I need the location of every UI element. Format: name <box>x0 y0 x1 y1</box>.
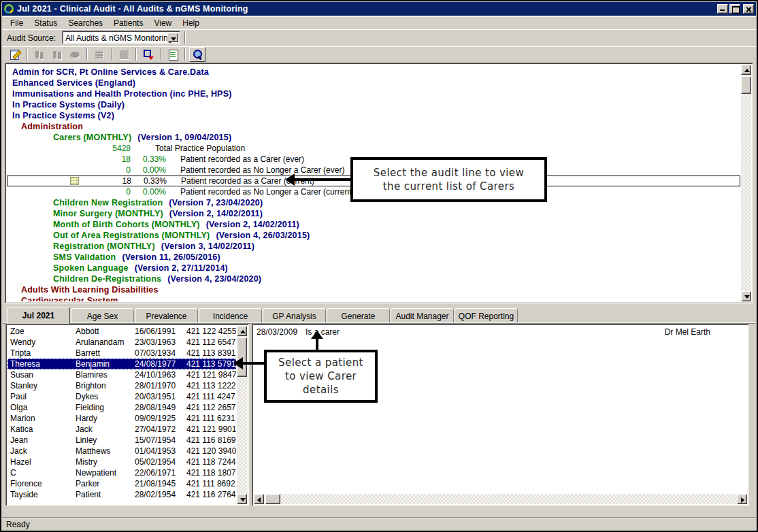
close-button[interactable] <box>743 4 754 14</box>
audit-row[interactable]: Administration <box>7 121 740 132</box>
patient-row[interactable]: CNewpatient22/06/1971421 118 1807 <box>7 467 236 478</box>
patient-row[interactable]: OlgaFielding28/08/1949421 112 2657 <box>7 402 236 413</box>
patient-row[interactable]: TriptaBarrett07/03/1934421 113 8391 <box>7 348 236 359</box>
audit-row[interactable]: Enhanced Services (England) <box>7 78 740 88</box>
audit-row[interactable]: Immunisations and Health Protection (inc… <box>7 88 740 99</box>
menu-item-patients[interactable]: Patients <box>108 17 148 29</box>
audit-scrollbar[interactable] <box>741 65 751 301</box>
record-doctor: Dr Mel Earth <box>665 327 710 337</box>
patient-row[interactable]: WendyArulanandam23/03/1963421 112 6547 <box>7 337 236 348</box>
category-label: Administration <box>21 122 83 131</box>
patient-row[interactable]: MarionHardy09/09/1925421 111 6231 <box>7 413 236 424</box>
record-hscrollbar[interactable] <box>254 494 747 504</box>
audit-row[interactable]: Minor Surgery (MONTHLY)(Version 2, 14/02… <box>7 208 740 219</box>
audit-name: Registration (MONTHLY) <box>53 242 155 251</box>
menu-item-view[interactable]: View <box>148 17 177 29</box>
compare-arrows-icon[interactable] <box>140 47 156 62</box>
scrollbar-thumb[interactable] <box>265 494 280 504</box>
stat-description: Total Practice Population <box>155 144 245 153</box>
toolbar-separator <box>160 48 161 61</box>
patient-callout-line2: to view Carer <box>285 369 357 383</box>
toolbar-separator <box>111 48 112 61</box>
scroll-down-icon[interactable] <box>741 291 751 301</box>
audit-row[interactable]: Adults With Learning Disabilities <box>7 284 740 295</box>
patient-row-selected[interactable]: TheresaBenjamin24/08/1977421 113 5791 <box>7 359 236 369</box>
app-logo-icon <box>4 4 14 14</box>
chevron-down-icon[interactable] <box>167 33 178 42</box>
audit-row[interactable]: Carers (MONTHLY)(Version 1, 09/04/2015) <box>7 132 740 143</box>
patient-row[interactable]: KaticaJack27/04/1972421 121 9901 <box>7 424 236 435</box>
category-label: Immunisations and Health Protection (inc… <box>12 89 232 99</box>
stat-percent: 0.00% <box>143 165 170 175</box>
patient-row[interactable]: JackMatthews01/04/1953421 120 3940 <box>7 446 236 456</box>
audit-version: (Version 11, 26/05/2016) <box>122 252 220 262</box>
patient-row[interactable]: StanleyBrighton28/01/1970421 113 1222 <box>7 380 236 391</box>
find-patient-icon[interactable] <box>189 47 205 62</box>
patient-number: 421 122 4255 <box>186 327 235 336</box>
tab-jul-2021[interactable]: Jul 2021 <box>7 307 70 324</box>
patient-row[interactable]: TaysidePatient28/02/1954421 116 2764 <box>7 489 236 500</box>
patient-row[interactable]: JeanLinley15/07/1954421 116 8169 <box>7 435 236 446</box>
patient-number: 421 118 7244 <box>186 457 235 467</box>
scrollbar-thumb[interactable] <box>741 76 751 94</box>
patient-number: 421 116 2764 <box>186 490 235 499</box>
audit-row[interactable]: Registration (MONTHLY)(Version 3, 14/02/… <box>7 241 740 252</box>
audit-row[interactable]: Spoken Language(Version 2, 27/11/2014) <box>7 263 740 273</box>
audit-callout-arrow-line <box>294 178 351 181</box>
patient-last-name: Patient <box>76 490 135 499</box>
tab-qof-reporting[interactable]: QOF Reporting <box>455 308 518 323</box>
menu-item-file[interactable]: File <box>5 17 29 29</box>
patient-dob: 16/06/1991 <box>135 327 186 336</box>
ellipse-icon <box>67 47 83 62</box>
audit-name: Month of Birth Cohorts (MONTHLY) <box>53 220 200 229</box>
bar-chart-2-icon <box>52 49 63 60</box>
patient-callout-up-arrowhead <box>311 331 323 339</box>
audit-row[interactable]: Month of Birth Cohorts (MONTHLY)(Version… <box>7 219 740 230</box>
carer-record-row[interactable]: 28/03/2009 Is a carer Dr Mel Earth <box>254 326 747 337</box>
tab-prevalence[interactable]: Prevalence <box>135 308 198 323</box>
patient-row[interactable]: ZoeAbbott16/06/1991421 122 4255 <box>7 326 236 337</box>
patient-first-name: Stanley <box>10 381 74 390</box>
audit-row[interactable]: Out of Area Registrations (MONTHLY)(Vers… <box>7 230 740 241</box>
audit-row[interactable]: In Practice Systems (V2) <box>7 110 740 121</box>
toolbar-separator <box>184 48 186 61</box>
patient-last-name: Barrett <box>76 348 135 358</box>
audit-row[interactable]: Children De-Registrations(Version 4, 23/… <box>7 273 740 284</box>
tab-age-sex[interactable]: Age Sex <box>71 308 134 323</box>
patient-number: 421 116 8169 <box>186 435 235 445</box>
audit-version: (Version 4, 23/04/2020) <box>167 274 261 284</box>
record-date: 28/03/2009 <box>257 327 297 337</box>
scroll-down-icon[interactable] <box>237 494 247 504</box>
report-icon[interactable] <box>165 47 181 62</box>
patient-last-name: Blamires <box>76 370 135 380</box>
patient-row[interactable]: PaulDykes20/03/1951421 111 4247 <box>7 391 236 402</box>
audit-row[interactable]: In Practice Systems (Daily) <box>7 99 740 110</box>
scroll-right-icon[interactable] <box>737 494 747 504</box>
tab-incidence[interactable]: Incidence <box>199 308 262 323</box>
menu-item-help[interactable]: Help <box>177 17 205 29</box>
patient-row[interactable]: SusanBlamires24/10/1963421 121 9847 <box>7 369 236 380</box>
scroll-left-icon[interactable] <box>254 494 264 504</box>
patient-row[interactable]: FlorenceParker21/08/1945421 111 8692 <box>7 478 236 489</box>
minimize-button[interactable] <box>717 4 728 14</box>
audit-row[interactable]: Admin for SCR, Pt Online Services & Care… <box>7 67 740 78</box>
edit-audit-icon[interactable] <box>7 47 23 62</box>
audit-row[interactable]: 5428Total Practice Population <box>7 143 740 154</box>
menu-item-status[interactable]: Status <box>29 17 63 29</box>
audit-source-dropdown[interactable]: All Audits & nGMS Monitoring <box>62 31 180 44</box>
patient-dob: 20/03/1951 <box>135 392 186 401</box>
tab-audit-manager[interactable]: Audit Manager <box>391 308 454 323</box>
audit-row[interactable]: Cardiovascular System <box>7 295 740 301</box>
patient-row[interactable]: HazelMistry05/02/1954421 118 7244 <box>7 456 236 467</box>
menu-item-searches[interactable]: Searches <box>63 17 108 29</box>
scroll-up-icon[interactable] <box>237 326 247 336</box>
patient-first-name: Zoe <box>10 327 74 336</box>
patient-scrollbar[interactable] <box>237 326 247 504</box>
status-bar: Ready <box>2 517 756 530</box>
audit-row[interactable]: SMS Validation(Version 11, 26/05/2016) <box>7 252 740 263</box>
edit-audit-icon <box>10 49 20 60</box>
scroll-up-icon[interactable] <box>741 65 751 75</box>
tab-generate[interactable]: Generate <box>327 308 390 323</box>
tab-gp-analysis[interactable]: GP Analysis <box>263 308 326 323</box>
maximize-button[interactable] <box>729 4 740 14</box>
